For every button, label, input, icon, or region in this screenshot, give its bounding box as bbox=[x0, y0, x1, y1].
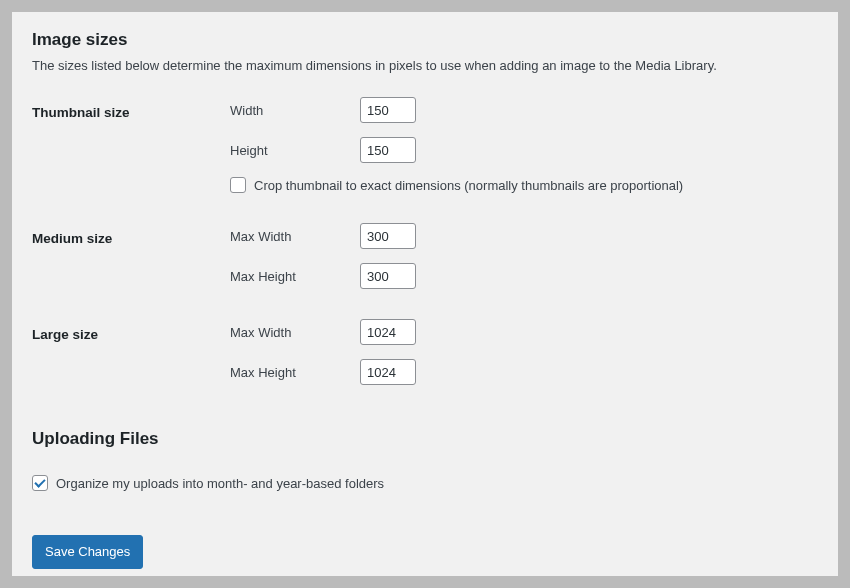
image-sizes-description: The sizes listed below determine the max… bbox=[32, 58, 818, 73]
thumbnail-crop-label: Crop thumbnail to exact dimensions (norm… bbox=[254, 178, 683, 193]
thumbnail-width-input[interactable] bbox=[360, 97, 416, 123]
uploading-files-heading: Uploading Files bbox=[32, 429, 818, 449]
media-settings-panel: Image sizes The sizes listed below deter… bbox=[12, 12, 838, 576]
medium-max-width-label: Max Width bbox=[230, 229, 360, 244]
large-max-width-label: Max Width bbox=[230, 325, 360, 340]
thumbnail-crop-checkbox[interactable] bbox=[230, 177, 246, 193]
medium-max-height-label: Max Height bbox=[230, 269, 360, 284]
large-max-height-input[interactable] bbox=[360, 359, 416, 385]
organize-uploads-checkbox[interactable] bbox=[32, 475, 48, 491]
organize-uploads-label: Organize my uploads into month- and year… bbox=[56, 476, 384, 491]
thumbnail-size-label: Thumbnail size bbox=[32, 97, 230, 223]
large-max-height-label: Max Height bbox=[230, 365, 360, 380]
image-sizes-table: Thumbnail size Width Height Crop thumbna… bbox=[32, 97, 818, 415]
thumbnail-height-input[interactable] bbox=[360, 137, 416, 163]
medium-max-height-input[interactable] bbox=[360, 263, 416, 289]
thumbnail-width-label: Width bbox=[230, 103, 360, 118]
large-max-width-input[interactable] bbox=[360, 319, 416, 345]
image-sizes-heading: Image sizes bbox=[32, 30, 818, 50]
medium-size-label: Medium size bbox=[32, 223, 230, 319]
uploading-files-section: Uploading Files Organize my uploads into… bbox=[32, 429, 818, 491]
save-changes-button[interactable]: Save Changes bbox=[32, 535, 143, 569]
large-size-label: Large size bbox=[32, 319, 230, 415]
thumbnail-height-label: Height bbox=[230, 143, 360, 158]
medium-max-width-input[interactable] bbox=[360, 223, 416, 249]
